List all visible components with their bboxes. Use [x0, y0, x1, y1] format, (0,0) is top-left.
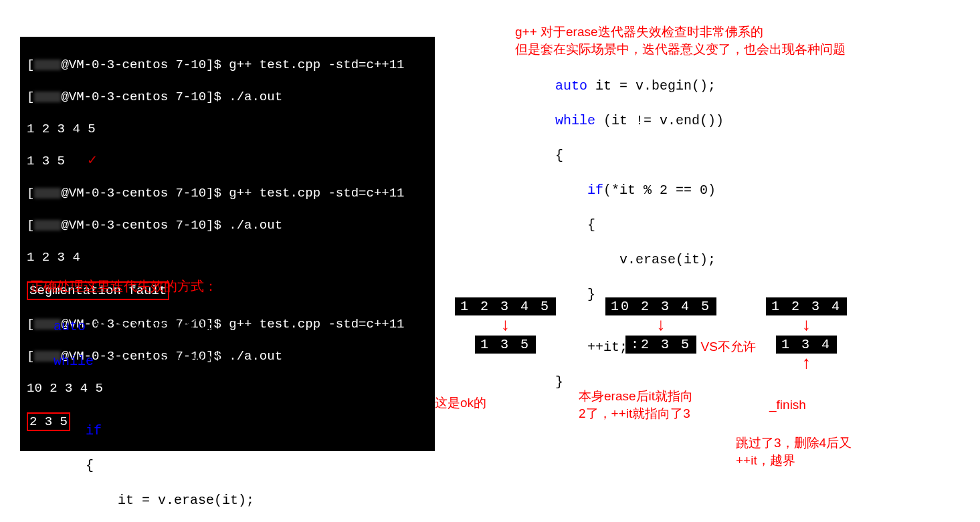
terminal-line: [@VM-0-3-centos 7-10]$ ./a.out [27, 89, 428, 105]
example-col-2: 10 2 3 4 5 ↓ :2 3 5 [605, 297, 716, 354]
example-col-1: 1 2 3 4 5 ↓ 1 3 5 [455, 297, 556, 354]
terminal-line: [@VM-0-3-centos 7-10]$ g++ test.cpp -std… [27, 185, 428, 201]
annotation-col2: 本身erase后it就指向 2了，++it就指向了3 [579, 388, 693, 422]
arrow-down-icon: ↓ [455, 315, 556, 336]
annotation-gpp-note: g++ 对于erase迭代器失效检查时非常佛系的 但是套在实际场景中，迭代器意义… [515, 23, 846, 58]
arrow-up-icon: ↑ [766, 354, 847, 374]
annotation-correct-heading: 正确处理这里迭代失效的方式： [30, 277, 217, 295]
code-correct: auto it = v.begin(); while (it != v.end(… [54, 301, 254, 522]
arrow-down-icon: ↓ [766, 315, 847, 336]
mini-terminal: 1 3 5 [475, 336, 536, 354]
mini-terminal: 1 3 4 [776, 336, 837, 354]
annotation-finish: _finish [769, 398, 806, 412]
annotation-col3: 跳过了3，删除4后又 ++it，越界 [736, 434, 852, 469]
terminal-line: [@VM-0-3-centos 7-10]$ g++ test.cpp -std… [27, 57, 428, 73]
terminal-line: [@VM-0-3-centos 7-10]$ ./a.out [27, 217, 428, 233]
terminal-line: 1 3 5 ✓ [27, 153, 428, 169]
mini-terminal: 10 2 3 4 5 [605, 297, 716, 315]
arrow-down-icon: ↓ [605, 315, 716, 336]
annotation-ok: 这是ok的 [435, 394, 486, 412]
example-col-3: 1 2 3 4 ↓ 1 3 4 ↑ [766, 297, 847, 374]
terminal-line: 1 2 3 4 5 [27, 121, 428, 137]
mini-terminal: 1 2 3 4 5 [455, 297, 556, 315]
terminal-line: 1 2 3 4 [27, 249, 428, 265]
mini-terminal: 1 2 3 4 [766, 297, 847, 315]
mini-terminal: :2 3 5 [625, 336, 696, 354]
code-incorrect: auto it = v.begin(); while (it != v.end(… [555, 60, 756, 408]
